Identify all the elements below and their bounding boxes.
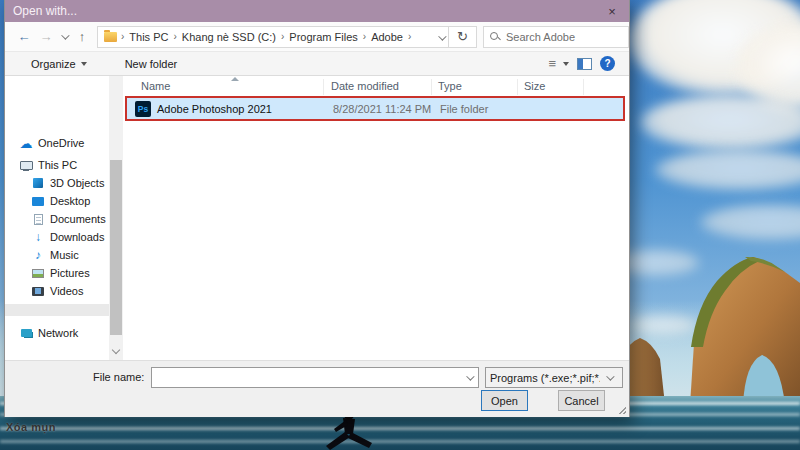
sidebar-item-label: Videos: [50, 285, 83, 297]
sidebar-item-documents[interactable]: Documents: [5, 210, 109, 228]
resize-grip[interactable]: [616, 404, 626, 414]
sidebar-item-label: Music: [50, 249, 79, 261]
column-header-name[interactable]: Name: [141, 80, 170, 92]
sidebar-item-label: Downloads: [50, 231, 104, 243]
sidebar-item-videos[interactable]: Videos: [5, 282, 109, 300]
sort-ascending-icon: [231, 77, 239, 81]
sidebar-item-network[interactable]: Network: [5, 324, 109, 342]
network-icon: [19, 326, 33, 340]
sidebar-item-label: Pictures: [50, 267, 90, 279]
crumb-separator: ›: [171, 31, 178, 42]
file-name: Adobe Photoshop 2021: [157, 103, 272, 115]
back-icon[interactable]: ←: [13, 26, 35, 48]
file-type-dropdown-icon: [600, 375, 618, 381]
crumb-separator: ›: [119, 31, 126, 42]
file-name-dropdown-icon[interactable]: [460, 375, 478, 381]
sidebar-item-3d-objects[interactable]: 3D Objects: [5, 174, 109, 192]
column-separator[interactable]: [583, 79, 584, 95]
search-input[interactable]: [506, 31, 622, 43]
video-icon: [31, 284, 45, 298]
column-header-size[interactable]: Size: [524, 80, 545, 92]
dialog-title: Open with...: [13, 4, 77, 18]
help-icon[interactable]: ?: [600, 56, 615, 71]
open-with-dialog: Open with... × ← → ↑ › This PC › Khang n…: [4, 0, 630, 417]
photoshop-icon: Ps: [135, 101, 151, 117]
file-row-adobe-photoshop[interactable]: Ps Adobe Photoshop 2021 8/28/2021 11:24 …: [125, 96, 625, 121]
column-separator[interactable]: [323, 79, 324, 95]
list-view-icon[interactable]: ≡: [548, 56, 555, 71]
file-list: Name Date modified Type Size Ps Adobe Ph…: [123, 76, 629, 360]
forward-icon[interactable]: →: [35, 26, 57, 48]
organize-label: Organize: [31, 58, 76, 70]
file-name-combo: [151, 367, 479, 388]
column-headers: Name Date modified Type Size: [123, 76, 629, 98]
cube-icon: [31, 176, 45, 190]
up-icon[interactable]: ↑: [71, 26, 93, 48]
title-bar: Open with... ×: [5, 0, 629, 22]
history-chevron-icon[interactable]: [57, 26, 71, 48]
column-header-type[interactable]: Type: [438, 80, 462, 92]
sidebar-item-label: Documents: [50, 213, 106, 225]
breadcrumb-this-pc[interactable]: This PC: [126, 31, 171, 43]
column-separator[interactable]: [431, 79, 432, 95]
picture-icon: [31, 266, 45, 280]
organize-button[interactable]: Organize: [23, 52, 95, 75]
cloud-icon: ☁: [19, 136, 33, 150]
toolbar: Organize New folder ≡ ?: [5, 52, 629, 76]
document-icon: [31, 212, 45, 226]
scrollbar-down-icon[interactable]: [109, 344, 123, 358]
address-dropdown-icon[interactable]: [438, 31, 444, 43]
sidebar-item-onedrive[interactable]: ☁ OneDrive: [5, 134, 109, 152]
file-name-input[interactable]: [152, 368, 460, 387]
open-button[interactable]: Open: [481, 390, 528, 411]
sidebar-item-downloads[interactable]: ↓ Downloads: [5, 228, 109, 246]
file-type-select[interactable]: Programs (*.exe;*.pif;*.com;*.bat: [485, 367, 623, 388]
crumb-separator: ›: [406, 31, 413, 42]
new-folder-label: New folder: [125, 58, 178, 70]
crumb-separator: ›: [361, 31, 368, 42]
watermark-text: Xóa mụn: [6, 421, 56, 433]
computer-icon: [19, 158, 33, 172]
preview-pane-icon[interactable]: [577, 58, 592, 70]
new-folder-button[interactable]: New folder: [117, 52, 186, 75]
sidebar-item-label: 3D Objects: [50, 177, 104, 189]
music-note-icon: ♪: [31, 248, 45, 262]
sidebar-item-label: Desktop: [50, 195, 90, 207]
view-options-caret-icon[interactable]: [563, 62, 569, 66]
search-box: [483, 26, 629, 48]
wave-foam: [0, 427, 800, 430]
navigation-bar: ← → ↑ › This PC › Khang nè SSD (C:) › Pr…: [5, 22, 629, 52]
refresh-icon[interactable]: ↻: [449, 26, 477, 48]
sidebar-item-label: OneDrive: [38, 137, 84, 149]
sidebar-item-label: This PC: [38, 159, 77, 171]
navigation-pane: ☁ OneDrive This PC 3D Objects Desktop: [5, 76, 109, 360]
dialog-content: ☁ OneDrive This PC 3D Objects Desktop: [5, 76, 629, 360]
crumb-separator: ›: [279, 31, 286, 42]
folder-icon: [104, 32, 117, 42]
file-date: 8/28/2021 11:24 PM: [333, 103, 431, 115]
sidebar-item-this-pc[interactable]: This PC: [5, 156, 109, 174]
sidebar-item-music[interactable]: ♪ Music: [5, 246, 109, 264]
dialog-footer: File name: Programs (*.exe;*.pif;*.com;*…: [5, 360, 629, 417]
scrollbar-thumb[interactable]: [110, 160, 122, 335]
breadcrumb-program-files[interactable]: Program Files: [286, 31, 360, 43]
desktop-icon: [31, 194, 45, 208]
breadcrumb-drive-c[interactable]: Khang nè SSD (C:): [179, 31, 279, 43]
address-bar[interactable]: › This PC › Khang nè SSD (C:) › Program …: [97, 26, 449, 48]
file-name-label: File name:: [93, 371, 144, 383]
sidebar-divider: [5, 304, 109, 316]
sidebar-item-pictures[interactable]: Pictures: [5, 264, 109, 282]
sidebar-item-desktop[interactable]: Desktop: [5, 192, 109, 210]
cancel-button[interactable]: Cancel: [558, 390, 605, 411]
sidebar-scrollbar[interactable]: [109, 76, 123, 360]
column-header-date[interactable]: Date modified: [331, 80, 399, 92]
file-type-value: Programs (*.exe;*.pif;*.com;*.bat: [490, 372, 600, 384]
close-icon[interactable]: ×: [597, 0, 627, 22]
file-type: File folder: [440, 103, 488, 115]
breadcrumb-adobe[interactable]: Adobe: [368, 31, 406, 43]
search-icon: [490, 32, 500, 42]
sidebar-item-label: Network: [38, 327, 78, 339]
column-separator[interactable]: [517, 79, 518, 95]
wave-foam: [0, 440, 800, 443]
caret-down-icon: [81, 62, 87, 66]
